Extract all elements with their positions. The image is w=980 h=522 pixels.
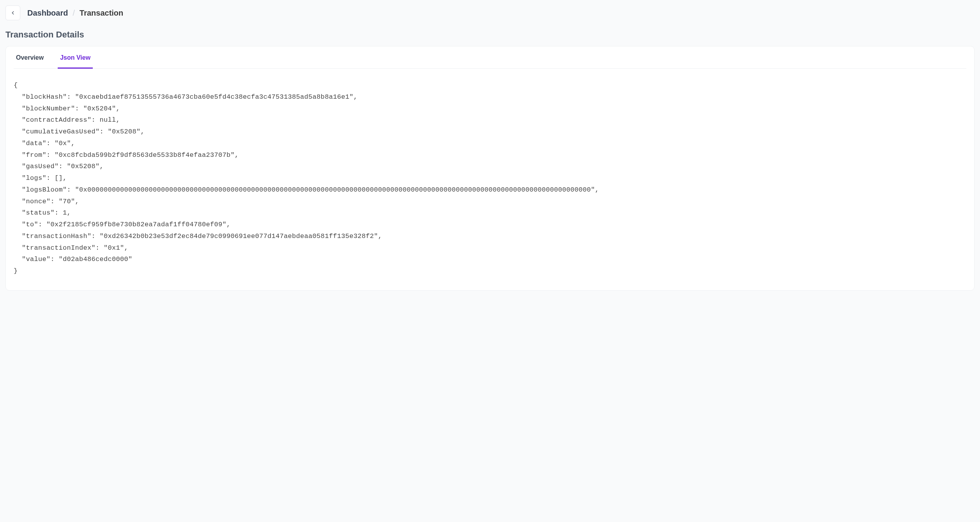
tabs: Overview Json View	[14, 46, 966, 69]
breadcrumb-separator: /	[73, 9, 75, 18]
tab-json-view[interactable]: Json View	[58, 46, 93, 69]
page-root: Dashboard / Transaction Transaction Deta…	[0, 0, 980, 296]
chevron-left-icon	[10, 10, 16, 16]
breadcrumb-current: Transaction	[80, 9, 123, 18]
breadcrumb: Dashboard / Transaction	[27, 9, 123, 18]
page-title: Transaction Details	[5, 30, 975, 40]
breadcrumb-home[interactable]: Dashboard	[27, 9, 68, 18]
transaction-json: { "blockHash": "0xcaebd1aef87513555736a4…	[14, 80, 966, 277]
back-button[interactable]	[5, 5, 20, 20]
json-scroll-area[interactable]: { "blockHash": "0xcaebd1aef87513555736a4…	[14, 80, 966, 282]
tab-overview[interactable]: Overview	[14, 46, 46, 69]
header-row: Dashboard / Transaction	[5, 5, 975, 20]
details-card: Overview Json View { "blockHash": "0xcae…	[5, 46, 975, 291]
